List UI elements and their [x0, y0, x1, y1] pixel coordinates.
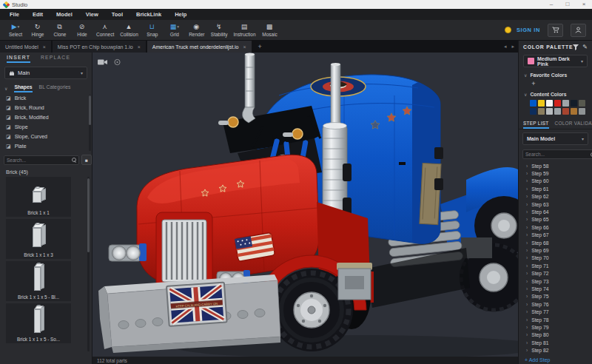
part-card[interactable]: Brick 1 x 1 x 5 - Bl...: [6, 261, 71, 301]
expand-chevron-icon[interactable]: ›: [526, 271, 528, 276]
tab-color-validator[interactable]: COLOR VALIDATOR: [555, 121, 592, 129]
step-row[interactable]: › Step 59: [519, 169, 592, 177]
maximize-button[interactable]: □: [559, 0, 576, 9]
toolbar-button[interactable]: ▦ ▾ Grid: [166, 23, 183, 37]
3d-viewport[interactable]: KEEP CALM AND CARRY ON 112 total parts: [92, 53, 518, 364]
truck-exhaust-stack-left[interactable]: [242, 53, 255, 124]
category-row[interactable]: ◪ Brick: [0, 93, 92, 103]
step-row[interactable]: › Step 77: [519, 308, 592, 315]
menu-item[interactable]: File: [3, 11, 26, 18]
expand-chevron-icon[interactable]: ›: [526, 317, 528, 323]
tab-insert[interactable]: INSERT: [7, 55, 30, 63]
expand-chevron-icon[interactable]: ›: [526, 294, 528, 299]
menu-item[interactable]: Model: [50, 11, 79, 18]
step-row[interactable]: › Step 81: [519, 339, 592, 346]
parts-scrollbar[interactable]: [87, 177, 90, 351]
document-tab[interactable]: Untitled Model ×: [0, 41, 51, 53]
part-card[interactable]: Brick 1 x 1 x 5 - So...: [6, 303, 71, 343]
expand-chevron-icon[interactable]: ›: [526, 225, 528, 230]
tab-step-list[interactable]: STEP LIST: [523, 121, 549, 129]
color-swatch[interactable]: [554, 108, 561, 115]
tab-shapes[interactable]: Shapes: [14, 84, 32, 92]
color-swatch[interactable]: [530, 100, 536, 107]
cart-button[interactable]: [548, 24, 563, 37]
tab-close-icon[interactable]: ×: [243, 44, 246, 50]
expand-chevron-icon[interactable]: ›: [526, 202, 528, 207]
step-row[interactable]: › Step 64: [519, 208, 592, 215]
minimize-button[interactable]: –: [543, 0, 559, 9]
content-colors-section[interactable]: ∨ Content Colors: [519, 90, 592, 98]
add-favorite-color-button[interactable]: +: [530, 80, 537, 87]
sign-in-button[interactable]: SIGN IN: [517, 27, 540, 33]
toolbar-button[interactable]: ⧉ Clone: [52, 23, 68, 37]
expand-chevron-icon[interactable]: ›: [526, 325, 528, 330]
step-row[interactable]: › Step 67: [519, 232, 592, 239]
collapse-chevron-icon[interactable]: ∨: [4, 86, 7, 91]
part-card[interactable]: Brick 1 x 1 x 3: [6, 219, 71, 259]
step-row[interactable]: › Step 63: [519, 200, 592, 208]
color-swatch[interactable]: [546, 100, 553, 107]
step-row[interactable]: › Step 62: [519, 193, 592, 200]
favorite-colors-section[interactable]: ∨ Favorite Colors: [519, 70, 592, 79]
expand-chevron-icon[interactable]: ›: [526, 302, 528, 307]
step-row[interactable]: › Step 66: [519, 223, 592, 231]
toolbar-button[interactable]: ⊔ Snap: [144, 23, 161, 37]
expand-chevron-icon[interactable]: ›: [526, 263, 528, 269]
color-swatch[interactable]: [538, 108, 545, 115]
expand-chevron-icon[interactable]: ›: [526, 217, 528, 222]
tab-scroll-right-icon[interactable]: ▸: [511, 44, 514, 50]
menu-item[interactable]: BrickLink: [130, 11, 168, 18]
menu-item[interactable]: View: [79, 11, 105, 18]
menu-item[interactable]: Tool: [105, 11, 130, 18]
toolbar-button[interactable]: ▲ Collision: [120, 23, 138, 37]
model-selector-dropdown[interactable]: Main ▾: [4, 67, 87, 79]
tab-bl-categories[interactable]: BL Categories: [39, 84, 71, 92]
expand-chevron-icon[interactable]: ›: [526, 279, 528, 284]
color-swatch[interactable]: [530, 108, 536, 115]
truck-step-box[interactable]: [337, 263, 372, 300]
color-swatch[interactable]: [538, 100, 545, 107]
category-scrollbar[interactable]: [89, 95, 91, 151]
active-color-dropdown[interactable]: Medium Dark Pink ▾: [523, 55, 588, 67]
expand-chevron-icon[interactable]: ›: [526, 248, 528, 253]
step-row[interactable]: › Step 71: [519, 262, 592, 269]
tab-close-icon[interactable]: ×: [43, 44, 46, 50]
expand-chevron-icon[interactable]: ›: [526, 232, 528, 237]
view-mode-button[interactable]: ■: [81, 155, 92, 165]
expand-chevron-icon[interactable]: ›: [526, 164, 528, 169]
step-row[interactable]: › Step 73: [519, 277, 592, 285]
color-swatch[interactable]: [579, 108, 585, 115]
expand-chevron-icon[interactable]: ›: [526, 186, 528, 192]
tab-close-icon[interactable]: ×: [138, 44, 141, 50]
camera-view-icon[interactable]: [98, 58, 108, 66]
toolbar-button[interactable]: ▩ Mosaic: [262, 23, 278, 37]
category-row[interactable]: ◪ Slope, Curved: [0, 132, 92, 141]
tab-scroll-left-icon[interactable]: ◂: [504, 44, 507, 50]
step-row[interactable]: › Step 68: [519, 239, 592, 246]
expand-chevron-icon[interactable]: ›: [526, 340, 528, 346]
step-row[interactable]: › Step 74: [519, 285, 592, 292]
truck-bumper[interactable]: KEEP CALM AND CARRY ON: [98, 274, 280, 353]
toolbar-button[interactable]: ▶ ▾ Select: [7, 23, 24, 37]
step-row[interactable]: › Step 80: [519, 331, 592, 339]
category-row[interactable]: ◪ Brick, Round: [0, 103, 92, 112]
color-swatch[interactable]: [554, 100, 561, 107]
color-swatch[interactable]: [571, 108, 577, 115]
expand-chevron-icon[interactable]: ›: [526, 309, 528, 314]
account-button[interactable]: [571, 24, 586, 37]
expand-chevron-icon[interactable]: ›: [526, 240, 528, 246]
step-row[interactable]: › Step 60: [519, 178, 592, 185]
expand-chevron-icon[interactable]: ›: [526, 348, 528, 353]
truck-grille[interactable]: [156, 212, 212, 288]
toolbar-button[interactable]: ↯ Stability: [211, 23, 228, 37]
step-row[interactable]: › Step 75: [519, 293, 592, 300]
step-model-dropdown[interactable]: Main Model ▾: [522, 132, 588, 145]
color-swatch[interactable]: [562, 100, 569, 107]
color-swatch[interactable]: [562, 108, 569, 115]
expand-chevron-icon[interactable]: ›: [526, 332, 528, 337]
part-search-input[interactable]: [7, 158, 72, 163]
category-row[interactable]: ◪ Plate: [0, 141, 92, 151]
expand-chevron-icon[interactable]: ›: [526, 178, 528, 183]
step-row[interactable]: › Step 72: [519, 269, 592, 277]
rotation-center-icon[interactable]: [113, 58, 121, 66]
